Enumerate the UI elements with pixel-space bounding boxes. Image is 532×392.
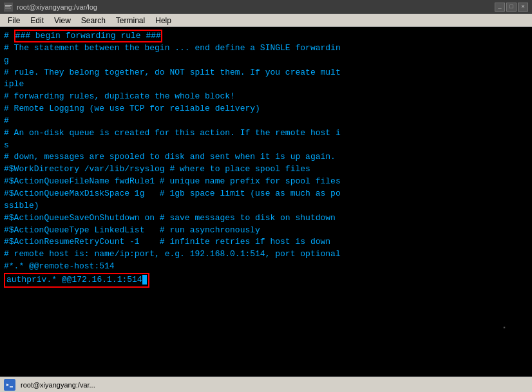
menu-file[interactable]: File bbox=[3, 15, 25, 26]
menu-bar: File Edit View Search Terminal Help bbox=[0, 14, 532, 27]
terminal-area: # ### begin forwarding rule ### # The st… bbox=[0, 27, 532, 377]
terminal-output: # ### begin forwarding rule ### # The st… bbox=[4, 30, 528, 288]
status-bar: root@xiyangyang:/var... bbox=[0, 377, 532, 392]
menu-edit[interactable]: Edit bbox=[25, 15, 49, 26]
minimize-button[interactable]: _ bbox=[495, 3, 505, 12]
maximize-button[interactable]: □ bbox=[506, 3, 517, 12]
title-bar: root@xiyangyang:/var/log _ □ × bbox=[0, 0, 532, 14]
close-button[interactable]: × bbox=[518, 3, 528, 12]
small-square-indicator: ▪ bbox=[502, 324, 506, 331]
menu-view[interactable]: View bbox=[49, 15, 76, 26]
menu-help[interactable]: Help bbox=[150, 15, 176, 26]
svg-rect-3 bbox=[5, 8, 11, 8]
cursor bbox=[142, 275, 147, 285]
svg-rect-2 bbox=[5, 6, 10, 7]
window-app-icon bbox=[4, 3, 13, 12]
status-text: root@xiyangyang:/var... bbox=[21, 381, 95, 389]
menu-search[interactable]: Search bbox=[76, 15, 111, 26]
forwarding-rule-highlight: ### begin forwarding rule ### bbox=[14, 30, 162, 42]
title-bar-left: root@xiyangyang:/var/log bbox=[4, 3, 97, 12]
terminal-status-icon bbox=[4, 379, 15, 391]
svg-rect-1 bbox=[5, 5, 12, 6]
menu-terminal[interactable]: Terminal bbox=[111, 15, 150, 26]
window-controls[interactable]: _ □ × bbox=[495, 3, 528, 12]
window-title: root@xiyangyang:/var/log bbox=[17, 3, 97, 11]
authpriv-line-highlight: authpriv.* @@172.16.1.1:514 bbox=[4, 273, 149, 288]
